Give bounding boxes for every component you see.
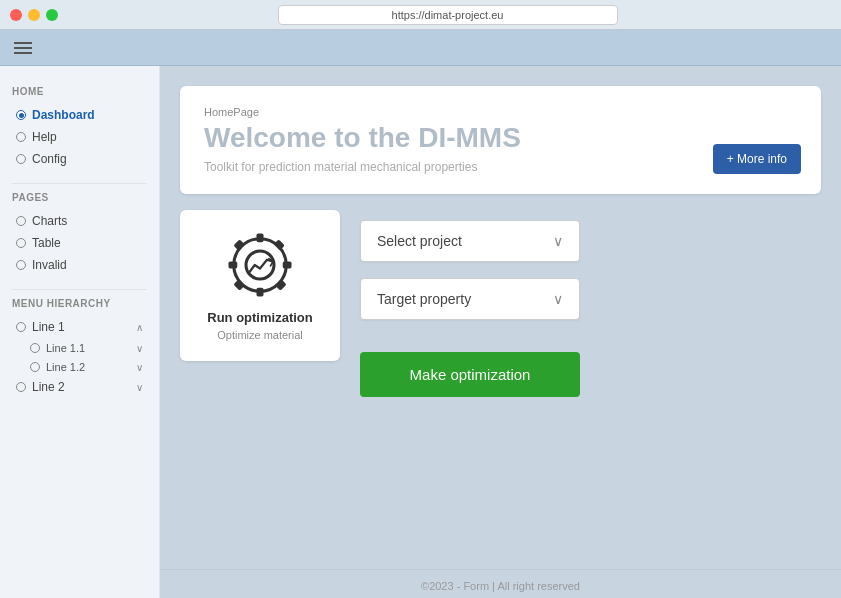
sidebar-item-config[interactable]: Config — [12, 149, 147, 169]
svg-rect-1 — [257, 234, 264, 243]
table-label: Table — [32, 236, 61, 250]
sidebar-item-line1-2[interactable]: Line 1.2 ∨ — [12, 358, 147, 376]
home-section-title: HOME — [12, 86, 147, 97]
gear-optimization-icon — [225, 230, 295, 300]
svg-rect-3 — [229, 262, 238, 269]
line1-2-label: Line 1.2 — [46, 361, 85, 373]
browser-chrome: https://dimat-project.eu — [0, 0, 841, 30]
divider-2 — [12, 289, 147, 290]
sidebar-menu-group: MENU HIERARCHY Line 1 ∧ Line 1.1 ∨ Line … — [12, 298, 147, 397]
svg-point-9 — [246, 251, 274, 279]
sidebar-home-group: HOME Dashboard Help Config — [12, 86, 147, 169]
svg-rect-8 — [233, 280, 244, 291]
svg-rect-2 — [257, 288, 264, 297]
svg-rect-5 — [233, 239, 244, 250]
welcome-card: HomePage Welcome to the DI-MMS Toolkit f… — [180, 86, 821, 194]
radio-line1-1 — [30, 343, 40, 353]
run-optimization-card[interactable]: Run optimization Optimize material — [180, 210, 340, 361]
welcome-title: Welcome to the DI-MMS — [204, 122, 797, 154]
homepage-label: HomePage — [204, 106, 797, 118]
radio-invalid — [16, 260, 26, 270]
sidebar-item-help[interactable]: Help — [12, 127, 147, 147]
radio-config — [16, 154, 26, 164]
sidebar-item-line2[interactable]: Line 2 ∨ — [12, 377, 147, 397]
make-optimization-button[interactable]: Make optimization — [360, 352, 580, 397]
line1-1-label: Line 1.1 — [46, 342, 85, 354]
sidebar-item-line1-1[interactable]: Line 1.1 ∨ — [12, 339, 147, 357]
radio-dashboard — [16, 110, 26, 120]
line2-label: Line 2 — [32, 380, 65, 394]
radio-line2 — [16, 382, 26, 392]
traffic-light-red[interactable] — [10, 9, 22, 21]
select-project-label: Select project — [377, 233, 462, 249]
help-label: Help — [32, 130, 57, 144]
select-project-dropdown[interactable]: Select project ∨ — [360, 220, 580, 262]
target-property-chevron-icon: ∨ — [553, 291, 563, 307]
address-bar[interactable]: https://dimat-project.eu — [278, 5, 618, 25]
chevron-line1-1: ∨ — [136, 343, 143, 354]
top-nav — [0, 30, 841, 66]
divider-1 — [12, 183, 147, 184]
welcome-subtitle: Toolkit for prediction material mechanic… — [204, 160, 797, 174]
sidebar-item-dashboard[interactable]: Dashboard — [12, 105, 147, 125]
invalid-label: Invalid — [32, 258, 67, 272]
svg-rect-6 — [275, 280, 286, 291]
config-label: Config — [32, 152, 67, 166]
radio-help — [16, 132, 26, 142]
menu-section-title: MENU HIERARCHY — [12, 298, 147, 309]
chevron-line1-2: ∨ — [136, 362, 143, 373]
main-content: HomePage Welcome to the DI-MMS Toolkit f… — [160, 66, 841, 569]
hamburger-menu[interactable] — [14, 42, 32, 54]
radio-charts — [16, 216, 26, 226]
bottom-section: Run optimization Optimize material Selec… — [180, 210, 821, 549]
content-wrapper: HomePage Welcome to the DI-MMS Toolkit f… — [160, 66, 841, 598]
url-text: https://dimat-project.eu — [392, 9, 504, 21]
main-layout: HOME Dashboard Help Config PAGES Charts — [0, 66, 841, 598]
sidebar: HOME Dashboard Help Config PAGES Charts — [0, 66, 160, 598]
svg-rect-4 — [283, 262, 292, 269]
pages-section-title: PAGES — [12, 192, 147, 203]
target-property-label: Target property — [377, 291, 471, 307]
sidebar-item-charts[interactable]: Charts — [12, 211, 147, 231]
traffic-light-yellow[interactable] — [28, 9, 40, 21]
chevron-line2: ∨ — [136, 382, 143, 393]
sidebar-item-table[interactable]: Table — [12, 233, 147, 253]
sidebar-pages-group: PAGES Charts Table Invalid — [12, 192, 147, 275]
radio-line1 — [16, 322, 26, 332]
target-property-dropdown[interactable]: Target property ∨ — [360, 278, 580, 320]
footer-text: ©2023 - Form | All right reserved — [421, 580, 580, 592]
radio-line1-2 — [30, 362, 40, 372]
traffic-light-green[interactable] — [46, 9, 58, 21]
run-opt-subtitle: Optimize material — [217, 329, 303, 341]
more-info-button[interactable]: + More info — [713, 144, 801, 174]
footer: ©2023 - Form | All right reserved — [160, 569, 841, 598]
charts-label: Charts — [32, 214, 67, 228]
select-project-chevron-icon: ∨ — [553, 233, 563, 249]
run-opt-title: Run optimization — [207, 310, 312, 325]
chevron-line1: ∧ — [136, 322, 143, 333]
radio-table — [16, 238, 26, 248]
sidebar-item-line1[interactable]: Line 1 ∧ — [12, 317, 147, 337]
line1-label: Line 1 — [32, 320, 65, 334]
dashboard-label: Dashboard — [32, 108, 95, 122]
svg-rect-7 — [274, 239, 285, 250]
right-controls: Select project ∨ Target property ∨ Make … — [360, 210, 821, 397]
sidebar-item-invalid[interactable]: Invalid — [12, 255, 147, 275]
